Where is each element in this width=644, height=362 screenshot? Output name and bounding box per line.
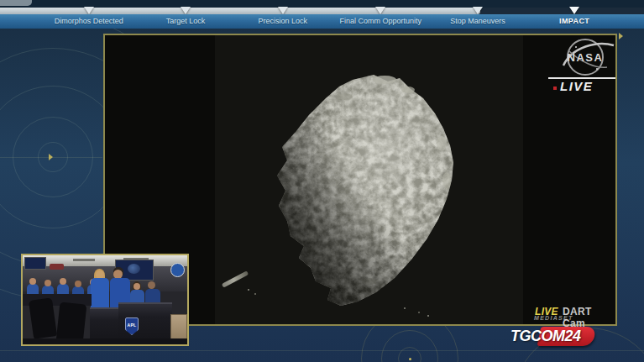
orbit-marker-icon <box>49 154 53 160</box>
pip-ceiling <box>23 255 187 266</box>
milestone-label-target-lock: Target Lock <box>166 17 206 25</box>
progress-fill <box>0 8 480 14</box>
milestone-label-band: Dimorphos Detected Target Lock Precision… <box>0 14 644 29</box>
pip-person-head <box>148 281 155 289</box>
pip-person-head <box>75 281 81 287</box>
milestone-marker-icon <box>375 7 385 14</box>
pip-screen-planet <box>128 264 140 274</box>
nasa-logo-icon: NASA <box>555 37 619 79</box>
progress-track <box>0 8 644 14</box>
orbit-axis-line <box>0 350 644 351</box>
milestone-label-stop-maneuvers: Stop Maneuvers <box>450 17 505 25</box>
pip-person-head <box>60 278 66 285</box>
pip-nasa-meatball-icon <box>170 263 185 277</box>
milestone-marker-icon <box>278 7 288 14</box>
orbit-marker-icon <box>619 33 623 39</box>
mission-timeline-bar: Dimorphos Detected Target Lock Precision… <box>0 0 644 29</box>
milestone-marker-icon <box>84 7 94 14</box>
mission-control-pip: APL <box>21 254 189 346</box>
milestone-label-final-comm: Final Comm Opportunity <box>340 17 422 25</box>
milestone-marker-icon <box>473 7 483 14</box>
asteroid-debris-specks <box>248 289 249 291</box>
live-badge: LIVE <box>560 79 593 93</box>
tgcom24-text-part1: TGCOM <box>510 328 565 344</box>
pip-wall-sign <box>50 264 64 270</box>
tgcom24-text-part2: 24 <box>565 328 581 344</box>
milestone-marker-icon <box>569 7 579 14</box>
broadcast-screenshot: Dimorphos Detected Target Lock Precision… <box>0 0 644 362</box>
timeline-top-strip <box>0 0 644 8</box>
milestone-marker-icon <box>181 7 191 14</box>
timeline-corner-tab <box>0 0 32 6</box>
apl-shield-label: APL <box>125 323 139 328</box>
milestone-label-dimorphos-detected: Dimorphos Detected <box>55 17 123 25</box>
pip-wall-screen <box>24 257 46 270</box>
tgcom24-logo-text: TGCOM24 <box>510 328 581 345</box>
pip-person-head <box>134 283 140 290</box>
pip-person-head <box>45 280 51 286</box>
pip-floor <box>23 338 187 344</box>
pip-ceiling-vent <box>73 259 95 261</box>
pip-person-head <box>29 278 36 285</box>
nasa-logo-text: NASA <box>568 51 604 64</box>
milestone-label-precision-lock: Precision Lock <box>258 17 307 25</box>
mediaset-watermark: MEDIASET <box>534 315 573 321</box>
milestone-label-impact: IMPACT <box>559 17 589 25</box>
tgcom24-logo: TGCOM24 <box>509 326 608 348</box>
asteroid-dimorphos <box>243 71 463 317</box>
orbit-center-dot <box>409 358 411 360</box>
live-red-dot-icon <box>553 87 557 90</box>
